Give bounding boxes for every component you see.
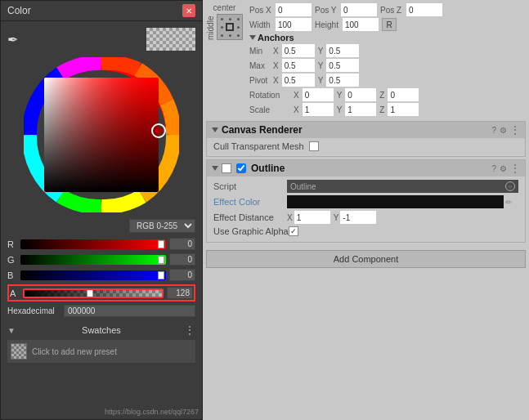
width-group: Width: [249, 18, 312, 31]
outline-body: Script Outline ○ Effect Color ✏ Effect D…: [207, 176, 525, 242]
anchors-min-label: Min: [249, 47, 270, 56]
add-swatch-box: [11, 343, 27, 360]
rotation-z-input[interactable]: [388, 88, 419, 101]
effect-distance-x-label: X: [287, 213, 293, 222]
anchors-max-x-input[interactable]: [282, 59, 315, 72]
transform-fields: Pos X Pos Y Pos Z Width: [249, 3, 526, 118]
outline-enabled-checkbox[interactable]: [222, 163, 231, 173]
script-label: Script: [213, 181, 287, 191]
color-panel: Color ✕ ✒: [0, 0, 203, 420]
canvas-renderer-gear-icon[interactable]: ⚙: [500, 126, 507, 135]
canvas-renderer-toggle[interactable]: [212, 127, 218, 132]
width-height-row: Width Height R: [249, 18, 526, 31]
rotation-y-input[interactable]: [345, 88, 376, 101]
rotation-x-input[interactable]: [303, 88, 334, 101]
a-slider-track[interactable]: [23, 288, 164, 298]
effect-distance-label: Effect Distance: [213, 212, 287, 222]
anchor-dot-br: [237, 34, 240, 37]
canvas-renderer-title: Canvas Renderer: [222, 124, 488, 136]
pos-y-label: Pos Y: [315, 6, 339, 15]
effect-distance-x-input[interactable]: [294, 211, 330, 224]
cull-mesh-label: Cull Transparent Mesh: [213, 141, 304, 151]
effect-color-swatch[interactable]: [287, 195, 504, 208]
pos-x-input[interactable]: [276, 3, 312, 16]
a-value-input[interactable]: [167, 287, 193, 299]
anchors-max-y-input[interactable]: [326, 59, 359, 72]
close-button[interactable]: ✕: [182, 4, 195, 17]
outline-gear-icon[interactable]: ⚙: [500, 164, 507, 173]
swatches-toggle-arrow[interactable]: ▼: [7, 326, 16, 335]
add-swatch-text[interactable]: Click to add new preset: [32, 347, 117, 356]
width-label: Width: [249, 20, 274, 29]
anchors-min-y-input[interactable]: [326, 44, 359, 57]
outline-title: Outline: [251, 163, 488, 174]
outline-toggle[interactable]: [212, 166, 218, 171]
scale-x-input[interactable]: [303, 103, 334, 116]
mode-select[interactable]: RGB 0-255: [129, 219, 195, 233]
anchors-max-label: Max: [249, 61, 270, 70]
hex-input[interactable]: [64, 305, 195, 317]
right-inspector-panel: center middle: [203, 0, 529, 420]
pos-y-input[interactable]: [341, 3, 377, 16]
effect-distance-y-input[interactable]: [340, 211, 376, 224]
outline-kebab-icon[interactable]: ⋮: [510, 163, 520, 174]
outline-visible-checkbox[interactable]: [236, 163, 246, 173]
effect-distance-row: Effect Distance X Y: [213, 211, 518, 224]
height-input[interactable]: [343, 18, 379, 31]
anchors-min-row: Min X Y: [249, 44, 526, 57]
b-value-input[interactable]: [169, 269, 195, 281]
a-label: A: [10, 288, 20, 298]
anchor-grid[interactable]: [217, 14, 243, 40]
r-slider-row: R: [7, 238, 195, 250]
pos-y-group: Pos Y: [315, 3, 377, 16]
effect-color-label[interactable]: Effect Color: [213, 197, 287, 207]
anchors-max-y-label: Y: [318, 61, 324, 70]
width-input[interactable]: [276, 18, 312, 31]
a-slider-row: A: [7, 284, 195, 302]
r-button[interactable]: R: [382, 18, 397, 31]
anchors-min-x-input[interactable]: [282, 44, 315, 57]
effect-color-edit-icon[interactable]: ✏: [505, 198, 518, 207]
outline-component: Outline ? ⚙ ⋮ Script Outline ○ Effect Co…: [206, 159, 526, 243]
anchor-dot-mr: [237, 26, 240, 29]
add-component-button[interactable]: Add Component: [206, 250, 526, 268]
b-slider-track[interactable]: [20, 270, 166, 280]
rotation-row: Rotation X Y Z: [249, 88, 526, 101]
anchor-dot-tr: [237, 18, 240, 20]
anchors-max-x-label: X: [273, 61, 279, 70]
center-label: center: [213, 3, 236, 12]
eyedropper-row: ✒: [7, 28, 195, 51]
swatches-header: ▼ Swatches ⋮: [7, 324, 195, 337]
g-slider-row: G: [7, 253, 195, 266]
canvas-renderer-kebab-icon[interactable]: ⋮: [510, 124, 520, 136]
script-circle-icon[interactable]: ○: [505, 181, 515, 191]
eyedropper-icon[interactable]: ✒: [7, 32, 18, 47]
svg-rect-3: [44, 78, 159, 192]
pivot-x-label: X: [273, 76, 279, 85]
anchors-max-row: Max X Y: [249, 59, 526, 72]
anchor-center-cell: [226, 23, 234, 31]
anchors-title: Anchors: [258, 33, 294, 42]
color-wheel-container[interactable]: [7, 57, 195, 212]
g-value-input[interactable]: [169, 253, 195, 266]
pivot-x-input[interactable]: [282, 74, 315, 87]
use-graphic-alpha-checkbox[interactable]: ✓: [289, 226, 298, 236]
anchor-dot-tc: [229, 18, 231, 20]
canvas-renderer-info-icon[interactable]: ?: [491, 126, 496, 135]
canvas-renderer-component: Canvas Renderer ? ⚙ ⋮ Cull Transparent M…: [206, 121, 526, 157]
r-value-input[interactable]: [169, 238, 195, 250]
pos-z-input[interactable]: [406, 3, 442, 16]
cull-mesh-checkbox[interactable]: [309, 141, 319, 151]
swatches-menu-icon[interactable]: ⋮: [184, 324, 195, 337]
scale-z-input[interactable]: [388, 103, 419, 116]
pivot-y-input[interactable]: [326, 74, 359, 87]
rotation-label: Rotation: [249, 91, 290, 100]
r-slider-track[interactable]: [20, 239, 166, 249]
anchors-toggle-icon[interactable]: [249, 35, 256, 40]
scale-y-input[interactable]: [345, 103, 376, 116]
color-wheel-svg[interactable]: [24, 57, 179, 212]
outline-info-icon[interactable]: ?: [491, 164, 496, 173]
g-slider-track[interactable]: [20, 255, 166, 265]
anchor-dot-bl: [221, 34, 223, 37]
height-label: Height: [315, 20, 341, 29]
